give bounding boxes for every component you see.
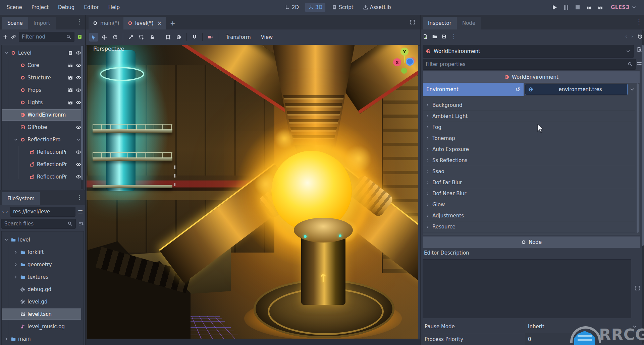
- property-group-fog[interactable]: Fog: [423, 122, 635, 133]
- renderer-selector[interactable]: GLES3: [611, 4, 637, 10]
- tool-move[interactable]: [100, 33, 109, 42]
- display-mode-icon[interactable]: ≡: [77, 208, 83, 215]
- expand-icon[interactable]: [13, 250, 18, 255]
- scene-tree-row-structure-2[interactable]: Structure: [2, 72, 81, 83]
- scroll-icon[interactable]: [68, 50, 73, 56]
- tool-local-space[interactable]: [174, 33, 183, 42]
- file-row-debug-gd[interactable]: debug.gd: [2, 284, 81, 295]
- tool-snap[interactable]: [190, 33, 199, 42]
- nav-back-icon[interactable]: ‹: [2, 209, 4, 215]
- property-tools-icon[interactable]: [637, 61, 642, 66]
- scene-tree-row-giprobe-6[interactable]: GIProbe: [2, 122, 81, 133]
- scene-tree-row-level-0[interactable]: Level: [2, 47, 81, 59]
- resource-extra-menu-icon[interactable]: ⋮: [451, 34, 457, 40]
- scene-tree-row-reflectionpr-9[interactable]: ReflectionPr: [2, 159, 81, 170]
- scene-dock-menu-icon[interactable]: ⋮: [76, 19, 83, 25]
- pause-button[interactable]: [563, 4, 569, 10]
- tab-inspector[interactable]: Inspector: [423, 17, 457, 29]
- menu-editor[interactable]: Editor: [80, 3, 103, 12]
- scene-tree-row-reflectionpr-10[interactable]: ReflectionPr: [2, 171, 81, 183]
- menu-help[interactable]: Help: [104, 3, 124, 12]
- orientation-gizmo[interactable]: Y X: [388, 47, 418, 79]
- expand-icon[interactable]: [4, 337, 9, 341]
- collapse-icon[interactable]: [4, 237, 9, 242]
- scene-tree-row-reflectionpro-7[interactable]: ReflectionPro: [2, 134, 81, 145]
- menu-project[interactable]: Project: [28, 3, 53, 12]
- property-group-auto-exposure[interactable]: Auto Exposure: [423, 144, 635, 155]
- eye-icon[interactable]: [76, 174, 81, 180]
- distraction-free-icon[interactable]: [410, 19, 415, 25]
- revert-icon[interactable]: ↺: [516, 86, 520, 93]
- tab-filesystem[interactable]: FileSystem: [2, 192, 40, 205]
- attach-script-button[interactable]: [77, 34, 83, 40]
- path-field[interactable]: res://level/leve: [10, 207, 75, 217]
- scene-icon[interactable]: [68, 87, 73, 93]
- expand-description-icon[interactable]: [635, 285, 640, 291]
- workspace-script[interactable]: Script: [329, 3, 357, 12]
- eye-icon[interactable]: [76, 87, 81, 93]
- eye-icon[interactable]: [76, 100, 81, 105]
- eye-icon[interactable]: [76, 162, 81, 167]
- file-row-main[interactable]: main: [2, 333, 81, 345]
- load-resource-button[interactable]: [432, 34, 437, 39]
- tab-node[interactable]: Node: [457, 17, 481, 29]
- tool-lock[interactable]: [148, 33, 157, 42]
- eye-icon[interactable]: [76, 75, 81, 80]
- property-group-ssao[interactable]: Ssao: [423, 166, 635, 177]
- workspace-assetlib[interactable]: AssetLib: [360, 3, 394, 12]
- scene-tree-row-props-3[interactable]: Props: [2, 84, 81, 96]
- tool-camera-preview[interactable]: [206, 33, 215, 42]
- scene-icon[interactable]: [68, 63, 73, 68]
- expand-icon[interactable]: [13, 275, 18, 279]
- tool-select[interactable]: [89, 33, 98, 42]
- node-section-header[interactable]: Node: [423, 236, 640, 248]
- tab-scene[interactable]: Scene: [2, 17, 28, 29]
- instance-scene-button[interactable]: [11, 34, 16, 40]
- add-node-button[interactable]: [3, 34, 8, 40]
- collapse-icon[interactable]: [13, 137, 18, 142]
- eye-icon[interactable]: [76, 149, 81, 155]
- play-button[interactable]: [552, 4, 558, 10]
- tool-rotate[interactable]: [111, 33, 119, 42]
- file-row-level-tscn[interactable]: level.tscn: [2, 308, 81, 320]
- viewport-3d[interactable]: ↑ ⋮ Perspective Y X: [87, 45, 418, 339]
- tool-scale[interactable]: [126, 33, 135, 42]
- scene-icon[interactable]: [68, 100, 73, 105]
- environment-resource-field[interactable]: environment.tres: [525, 84, 628, 95]
- chevron-down-icon[interactable]: [76, 137, 81, 142]
- scene-tree-row-reflectionpr-8[interactable]: ReflectionPr: [2, 146, 81, 158]
- workspace-3d[interactable]: 3D: [305, 3, 325, 12]
- save-resource-button[interactable]: [441, 34, 447, 39]
- workspace-2d[interactable]: 2D: [282, 3, 302, 12]
- history-back-icon[interactable]: ‹: [625, 33, 627, 40]
- open-docs-icon[interactable]: [637, 47, 642, 52]
- viewport-menu-transform[interactable]: Transform: [222, 33, 255, 42]
- tool-group[interactable]: [164, 33, 172, 42]
- inspector-menu-icon[interactable]: ⋮: [636, 19, 642, 25]
- editor-description-input[interactable]: [423, 259, 631, 318]
- scene-tree-row-worldenvironm-5[interactable]: WorldEnvironm: [2, 109, 81, 121]
- file-row-geometry[interactable]: geometry: [2, 259, 81, 270]
- scene-tree-scrollbar[interactable]: [81, 46, 83, 180]
- file-row-textures[interactable]: textures: [2, 271, 81, 283]
- expand-icon[interactable]: [13, 262, 18, 267]
- nav-forward-icon[interactable]: ›: [6, 209, 8, 215]
- property-group-resource[interactable]: Resource: [423, 221, 635, 232]
- new-resource-button[interactable]: [423, 34, 428, 39]
- scene-tree-row-core-1[interactable]: Core: [2, 60, 81, 71]
- play-custom-scene-button[interactable]: [597, 4, 603, 10]
- tool-list-select[interactable]: [137, 33, 146, 42]
- resource-menu-icon[interactable]: [630, 87, 635, 92]
- property-group-ss-reflections[interactable]: Ss Reflections: [423, 155, 635, 166]
- filesystem-menu-icon[interactable]: ⋮: [76, 194, 83, 200]
- eye-icon[interactable]: [76, 63, 81, 68]
- scene-tab-level[interactable]: level(*)×: [123, 17, 166, 29]
- close-tab-icon[interactable]: ×: [157, 20, 162, 26]
- property-group-ambient-light[interactable]: Ambient Light: [423, 111, 635, 122]
- viewport-menu-view[interactable]: View: [257, 33, 277, 42]
- file-row-level-music-og[interactable]: level_music.og: [2, 321, 81, 332]
- file-row-level-gd[interactable]: level.gd: [2, 296, 81, 307]
- property-group-background[interactable]: Background: [423, 99, 635, 111]
- sort-files-icon[interactable]: [78, 221, 84, 226]
- inspector-scrollbar[interactable]: [642, 45, 644, 246]
